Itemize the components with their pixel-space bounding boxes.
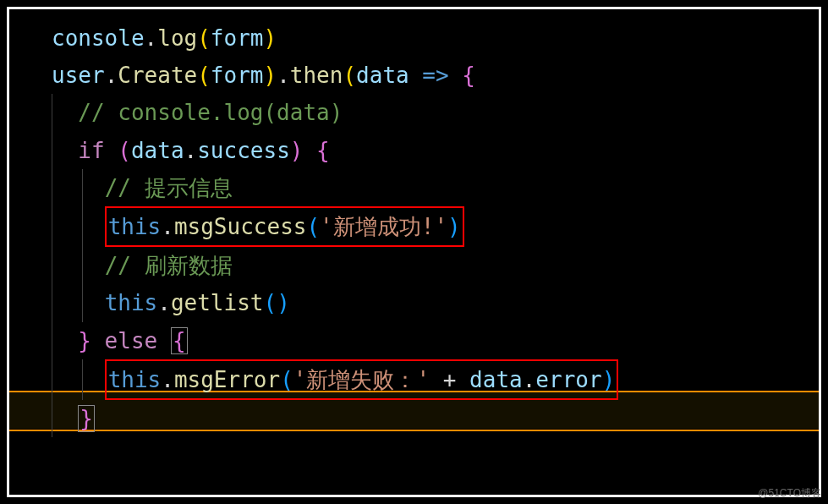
paren-open: ( xyxy=(263,290,277,315)
paren-close: ) xyxy=(602,367,616,392)
code-line-6[interactable]: this.msgSuccess('新增成功!') xyxy=(52,206,819,247)
brace-close: } xyxy=(78,328,91,353)
code-line-7[interactable]: // 刷新数据 xyxy=(52,247,819,284)
comment: // 刷新数据 xyxy=(105,253,233,278)
watermark: @51CTO博客 xyxy=(758,486,821,501)
code-line-4[interactable]: if (data.success) { xyxy=(52,132,819,169)
dot: . xyxy=(157,290,171,315)
highlight-box-success: this.msgSuccess('新增成功!') xyxy=(105,206,464,247)
dot: . xyxy=(145,25,158,51)
keyword-this: this xyxy=(108,214,162,239)
dot: . xyxy=(277,63,290,88)
string-literal: '新增成功!' xyxy=(320,214,447,239)
prop-error: error xyxy=(535,367,601,392)
param-data: data xyxy=(356,63,409,88)
comment: // console.log(data) xyxy=(78,100,343,125)
prop-success: success xyxy=(197,138,290,163)
highlight-box-error: this.msgError('新增失败：' + data.error) xyxy=(105,359,619,400)
paren-open: ( xyxy=(197,25,211,51)
paren-close: ) xyxy=(447,214,461,239)
dot: . xyxy=(184,138,198,163)
dot: . xyxy=(105,63,118,88)
code-line-3[interactable]: // console.log(data) xyxy=(52,94,819,131)
method-getlist: getlist xyxy=(171,290,264,315)
dot: . xyxy=(161,367,174,392)
method-msgerror: msgError xyxy=(174,367,280,392)
code-line-11[interactable]: } xyxy=(52,400,819,437)
method-then: then xyxy=(290,63,343,88)
dot: . xyxy=(523,367,536,392)
code-line-2[interactable]: user.Create(form).then(data => { xyxy=(52,57,819,94)
brace-open: { xyxy=(171,327,188,354)
paren-open: ( xyxy=(105,138,131,163)
paren-open: ( xyxy=(306,214,320,239)
paren-open: ( xyxy=(280,367,293,392)
arrow-function: => xyxy=(409,63,463,88)
arg-form: form xyxy=(211,63,264,88)
paren-close: ) xyxy=(290,138,316,163)
keyword-if: if xyxy=(78,138,104,163)
method-log: log xyxy=(157,25,197,51)
method-msgsuccess: msgSuccess xyxy=(174,214,307,239)
code-line-9[interactable]: } else { xyxy=(52,322,819,359)
code-line-8[interactable]: this.getlist() xyxy=(52,284,819,321)
keyword-else: else xyxy=(91,328,171,353)
keyword-this: this xyxy=(105,290,158,315)
string-literal: '新增失败：' xyxy=(293,367,430,392)
identifier-data: data xyxy=(131,138,184,163)
paren-close: ) xyxy=(263,25,277,51)
keyword-this: this xyxy=(108,367,162,392)
identifier-data: data xyxy=(469,367,523,392)
operator-plus: + xyxy=(430,367,469,392)
paren-close: ) xyxy=(263,63,277,88)
paren-open: ( xyxy=(197,63,211,88)
identifier-user: user xyxy=(52,63,105,88)
brace-close: } xyxy=(78,405,95,432)
code-line-5[interactable]: // 提示信息 xyxy=(52,169,819,206)
code-editor[interactable]: console.log(form) user.Create(form).then… xyxy=(7,7,821,497)
code-line-1[interactable]: console.log(form) xyxy=(52,19,819,57)
arg-form: form xyxy=(211,25,264,51)
brace-open: { xyxy=(316,138,330,163)
brace-open: { xyxy=(462,63,475,88)
paren-open: ( xyxy=(343,63,356,88)
dot: . xyxy=(161,214,174,239)
code-line-10[interactable]: this.msgError('新增失败：' + data.error) xyxy=(52,359,819,400)
identifier-console: console xyxy=(52,25,145,51)
comment: // 提示信息 xyxy=(105,175,233,200)
paren-close: ) xyxy=(277,290,290,315)
method-create: Create xyxy=(118,63,197,88)
